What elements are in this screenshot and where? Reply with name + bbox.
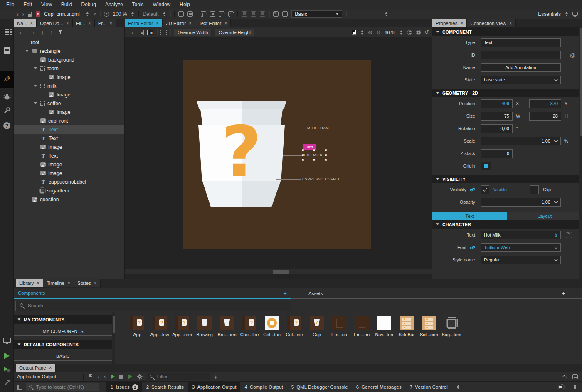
expander-icon[interactable] — [33, 67, 38, 69]
status-pane-button[interactable]: 7 Version Control — [406, 382, 452, 392]
component-item[interactable]: Cup — [306, 316, 328, 337]
move-left-icon[interactable]: ← — [19, 29, 24, 35]
editor-tab[interactable]: 3D Editor × — [163, 19, 195, 27]
style-spinner-icon[interactable] — [162, 12, 166, 16]
duplicate-icon[interactable] — [219, 11, 224, 17]
character-section-header[interactable]: CHARACTER — [432, 220, 582, 229]
projects-mode-icon[interactable] — [0, 107, 14, 114]
type-field[interactable]: Text — [481, 38, 561, 47]
properties-scrollbar[interactable] — [579, 27, 582, 279]
close-icon[interactable]: × — [156, 21, 159, 26]
navigator-item[interactable]: Image — [14, 90, 124, 99]
translate-badge[interactable]: tr — [555, 232, 557, 237]
component-item[interactable]: App...low — [148, 316, 171, 337]
output-filter[interactable] — [147, 373, 210, 380]
add-asset-icon[interactable]: + — [562, 290, 565, 297]
next-item-icon[interactable]: › — [104, 374, 106, 380]
layout-row-icon[interactable] — [242, 11, 247, 17]
no-snapping-icon[interactable]: x — [128, 30, 134, 35]
menu-item[interactable]: Tools — [128, 0, 148, 9]
zoom-out-icon[interactable]: ⊖ — [376, 30, 381, 35]
alias-export-icon[interactable]: @ — [570, 52, 575, 58]
build-button[interactable] — [0, 379, 14, 386]
navigator-item[interactable]: Text — [14, 125, 124, 134]
component-item[interactable]: Cho...fee — [238, 316, 261, 337]
panel-tab[interactable]: Connection View × — [467, 19, 515, 27]
resize-handle[interactable] — [313, 149, 315, 151]
menu-item[interactable]: Build — [57, 0, 77, 9]
swatch-spinner-icon[interactable] — [360, 30, 364, 35]
zoom-fit-icon[interactable] — [416, 30, 421, 35]
filter-icon[interactable] — [58, 30, 63, 35]
zoom-level-value[interactable]: 100 % — [113, 11, 127, 17]
scrollbar-thumb[interactable] — [273, 270, 289, 274]
library-tab[interactable]: Library × — [16, 279, 43, 287]
component-item[interactable]: Em...rm — [350, 316, 373, 337]
output-pane-selector[interactable]: Application Output — [17, 374, 79, 379]
id-field[interactable] — [481, 51, 561, 59]
status-pane-button[interactable]: 5 QML Debugger Console — [287, 382, 352, 392]
menu-item[interactable]: Help — [175, 0, 195, 9]
gear-icon[interactable] — [137, 374, 143, 380]
editor-tab[interactable]: Text Editor × — [195, 19, 231, 27]
menu-item[interactable]: Analyze — [101, 0, 128, 9]
run-button[interactable] — [0, 353, 14, 359]
viewport-icon[interactable] — [187, 11, 193, 17]
menu-item[interactable]: Edit — [19, 0, 37, 9]
add-component-icon[interactable]: + — [283, 290, 287, 297]
assets-tab[interactable]: Assets + — [291, 288, 582, 299]
navigator-item[interactable]: coffee — [14, 99, 124, 108]
editor-tab[interactable]: Form Editor × — [125, 19, 163, 27]
component-item[interactable]: App...orm — [171, 316, 193, 337]
perspective-spinner-icon[interactable] — [565, 12, 569, 16]
filter-input[interactable] — [157, 374, 207, 379]
move-right-icon[interactable]: → — [30, 29, 35, 35]
artboard[interactable]: ? MILK FOAM ESPRESSO COFFEE Text HOT MIL… — [183, 60, 371, 249]
component-edit-icon[interactable] — [282, 11, 288, 17]
help-mode-icon[interactable]: ? — [0, 122, 14, 129]
menu-item[interactable]: View — [37, 0, 57, 9]
component-item[interactable]: Nav...ton — [373, 316, 395, 337]
default-components-header[interactable]: DEFAULT COMPONENTS — [14, 340, 112, 349]
close-icon[interactable]: × — [94, 281, 97, 286]
close-icon[interactable]: × — [509, 21, 512, 26]
component-item[interactable]: Em...up — [328, 316, 350, 337]
navigator-item[interactable]: Text — [14, 134, 124, 143]
open-document-name[interactable]: CupForm.ui.qml — [44, 11, 79, 17]
document-tab[interactable]: Fil... × — [73, 19, 95, 27]
canvas-zoom-value[interactable]: 66 % — [385, 30, 395, 35]
navigator-item[interactable]: sugarItem — [14, 186, 124, 195]
component-item[interactable]: SideBar — [395, 316, 418, 337]
perspective-selector[interactable]: Essentials — [538, 11, 561, 17]
close-icon[interactable]: × — [189, 21, 192, 26]
edit-text-icon[interactable] — [566, 232, 572, 238]
edit-mode-icon[interactable] — [0, 47, 14, 54]
panel-tab[interactable]: Properties × — [432, 19, 467, 27]
debug-mode-icon[interactable] — [0, 93, 14, 100]
navigator-item[interactable]: cappuccinoLabel — [14, 178, 124, 186]
maximize-pane-icon[interactable] — [562, 375, 566, 380]
navigator-item[interactable]: Image — [14, 73, 124, 81]
font-dropdown[interactable]: Titillium Web — [481, 243, 561, 252]
my-components-category[interactable]: MY COMPONENTS — [14, 327, 112, 336]
expander-icon[interactable] — [25, 50, 30, 52]
kit-selector-icon[interactable] — [0, 338, 14, 343]
status-pane-button[interactable]: 2 Search Results — [142, 382, 188, 392]
navigator-item[interactable]: cupFront — [14, 116, 124, 125]
rotation-field[interactable]: 0,00 — [481, 124, 513, 133]
build-progress-icon[interactable] — [558, 385, 565, 389]
reset-view-icon[interactable]: ↺ — [424, 30, 429, 35]
previous-item-icon[interactable]: ‹ — [98, 374, 99, 380]
override-height-button[interactable]: Override Height — [215, 29, 254, 36]
clip-checkbox[interactable] — [530, 185, 539, 194]
navigator-item[interactable]: Image — [14, 108, 124, 116]
zoom-selection-icon[interactable] — [407, 30, 412, 35]
my-components-header[interactable]: MY COMPONENTS — [14, 315, 112, 324]
z-stack-field[interactable]: 0 — [481, 149, 513, 158]
close-icon[interactable]: × — [460, 21, 463, 26]
lock-icon[interactable] — [28, 12, 32, 17]
component-item[interactable]: Cof...ine — [283, 316, 306, 337]
document-tab[interactable]: Pr... × — [95, 19, 116, 27]
menu-item[interactable]: Window — [148, 0, 175, 9]
document-spinner-icon[interactable] — [85, 12, 89, 16]
